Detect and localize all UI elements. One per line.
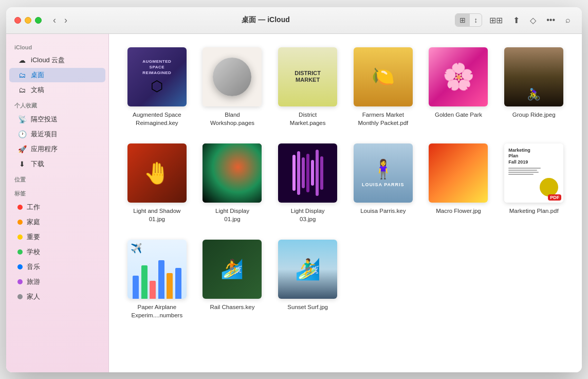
sidebar-item-tag-family2[interactable]: 家人 xyxy=(9,290,105,304)
file-item-goldengate[interactable]: 🌸 Golden Gate Park xyxy=(423,44,494,130)
sidebar-label-tag-travel: 旅游 xyxy=(27,277,40,286)
thumb-louisa: 🧍‍♀️ LOUISA PARRIS xyxy=(354,143,413,203)
file-thumb-lightdisplay03 xyxy=(278,143,337,203)
sidebar-label-recents: 最近项目 xyxy=(31,130,58,139)
file-item-augmented[interactable]: AUGMENTEDSPACEREIMAGINED ⬡ Augmented Spa… xyxy=(121,44,193,130)
file-item-bland[interactable]: BlandWorkshop.pages xyxy=(197,44,268,130)
tag-dot-travel xyxy=(17,279,23,284)
sidebar-label-tag-music: 音乐 xyxy=(27,262,40,272)
search-button[interactable]: ⌕ xyxy=(562,13,574,27)
window-title: 桌面 — iCloud xyxy=(77,15,455,25)
forward-button[interactable]: › xyxy=(61,14,70,27)
sidebar-item-desktop[interactable]: 🗂 桌面 xyxy=(9,68,105,82)
file-item-farmers[interactable]: 🍋 Farmers MarketMonthly Packet.pdf xyxy=(347,44,419,130)
sidebar-label-applications: 应用程序 xyxy=(31,145,58,154)
file-thumb-bland xyxy=(203,47,262,106)
file-name-lightdisplay03: Light Display03.jpg xyxy=(291,207,325,223)
minimize-button[interactable] xyxy=(25,17,31,24)
sidebar-item-tag-music[interactable]: 音乐 xyxy=(9,260,105,274)
sidebar-item-tag-important[interactable]: 重要 xyxy=(9,230,105,244)
sidebar-item-tag-family[interactable]: 家庭 xyxy=(9,215,105,229)
sidebar-label-tag-important: 重要 xyxy=(27,232,40,242)
file-thumb-sunset: 🏄‍♂️ xyxy=(278,240,337,299)
sidebar-label-desktop: 桌面 xyxy=(31,70,44,80)
list-view-button[interactable]: ↕ xyxy=(470,14,482,26)
desktop-icon: 🗂 xyxy=(17,71,27,79)
file-item-paper[interactable]: ✈️ Paper AirplaneExperim....numbers xyxy=(121,237,193,322)
close-button[interactable] xyxy=(14,17,21,24)
sidebar-item-tag-work[interactable]: 工作 xyxy=(9,200,105,214)
sidebar-item-icloud-drive[interactable]: ☁ iCloud 云盘 xyxy=(9,53,105,67)
thumb-paper: ✈️ xyxy=(127,240,187,299)
thumb-railchasers: 🏄 xyxy=(203,240,262,299)
thumb-groupride: 🚴‍♀️ xyxy=(504,47,563,106)
thumb-sunset: 🏄‍♂️ xyxy=(278,240,337,299)
tag-dot-music xyxy=(17,264,23,269)
sidebar-label-icloud-drive: iCloud 云盘 xyxy=(31,56,65,65)
tag-dot-important xyxy=(17,234,23,240)
file-browser[interactable]: AUGMENTEDSPACEREIMAGINED ⬡ Augmented Spa… xyxy=(109,34,582,372)
file-item-lightandshadow[interactable]: 🤚 Light and Shadow01.jpg xyxy=(121,140,193,226)
maximize-button[interactable] xyxy=(35,17,42,24)
file-thumb-lightdisplay01 xyxy=(203,143,262,203)
file-name-marketing: Marketing Plan.pdf xyxy=(509,207,559,215)
toolbar-right: ⊞ ↕ ⊞⊞ ⬆ ◇ ••• ⌕ xyxy=(455,13,574,27)
file-thumb-goldengate: 🌸 xyxy=(429,47,488,106)
more-button[interactable]: ••• xyxy=(543,13,558,27)
sidebar-section-favorites: 个人收藏 xyxy=(6,98,108,112)
sidebar-item-tag-school[interactable]: 学校 xyxy=(9,245,105,259)
main-layout: iCloud ☁ iCloud 云盘 🗂 桌面 🗂 文稿 个人收藏 📡 隔空投送… xyxy=(6,34,582,372)
downloads-icon: ⬇ xyxy=(17,160,27,168)
tag-button[interactable]: ◇ xyxy=(527,13,539,27)
thumb-lightdisplay03 xyxy=(278,143,337,203)
file-thumb-paper: ✈️ xyxy=(127,240,187,299)
thumb-macroflower xyxy=(429,143,488,203)
file-thumb-lightandshadow: 🤚 xyxy=(127,143,187,203)
file-name-groupride: Group Ride.jpeg xyxy=(512,111,556,119)
sidebar-item-recents[interactable]: 🕐 最近项目 xyxy=(9,127,105,141)
share-button[interactable]: ⬆ xyxy=(510,13,523,27)
sidebar-item-downloads[interactable]: ⬇ 下载 xyxy=(9,157,105,171)
file-item-sunset[interactable]: 🏄‍♂️ Sunset Surf.jpg xyxy=(272,237,343,322)
thumb-augmented: AUGMENTEDSPACEREIMAGINED ⬡ xyxy=(127,47,187,106)
file-item-lightdisplay03[interactable]: Light Display03.jpg xyxy=(272,140,343,226)
thumb-goldengate: 🌸 xyxy=(429,47,488,106)
sidebar: iCloud ☁ iCloud 云盘 🗂 桌面 🗂 文稿 个人收藏 📡 隔空投送… xyxy=(6,34,109,372)
view-toggle: ⊞ ↕ xyxy=(455,13,482,27)
thumb-farmers: 🍋 xyxy=(354,47,413,106)
grid-view-button[interactable]: ⊞ xyxy=(455,14,470,26)
airdrop-icon: 📡 xyxy=(17,115,27,123)
file-name-augmented: Augmented SpaceReimagined.key xyxy=(133,111,181,127)
file-item-groupride[interactable]: 🚴‍♀️ Group Ride.jpeg xyxy=(498,44,569,130)
file-thumb-farmers: 🍋 xyxy=(354,47,413,106)
thumb-lightandshadow: 🤚 xyxy=(127,143,187,203)
file-item-railchasers[interactable]: 🏄 Rail Chasers.key xyxy=(197,237,268,322)
file-name-macroflower: Macro Flower.jpg xyxy=(436,207,481,215)
file-item-macroflower[interactable]: Macro Flower.jpg xyxy=(423,140,494,226)
file-item-louisa[interactable]: 🧍‍♀️ LOUISA PARRIS Louisa Parris.key xyxy=(347,140,419,226)
sidebar-section-tags: 标签 xyxy=(6,186,108,200)
file-name-paper: Paper AirplaneExperim....numbers xyxy=(131,303,182,319)
sidebar-item-applications[interactable]: 🚀 应用程序 xyxy=(9,142,105,156)
sidebar-item-documents[interactable]: 🗂 文稿 xyxy=(9,83,105,97)
file-item-marketing[interactable]: MarketingPlanFall 2019 PDF Marketing Pl xyxy=(498,140,569,226)
sidebar-label-tag-school: 学校 xyxy=(27,247,40,257)
sidebar-section-location: 位置 xyxy=(6,172,108,186)
sidebar-section-icloud: iCloud xyxy=(6,40,108,52)
back-button[interactable]: ‹ xyxy=(50,14,59,27)
sidebar-label-documents: 文稿 xyxy=(31,85,44,95)
file-thumb-district: DISTRICTMARKET xyxy=(278,47,337,106)
thumb-marketing: MarketingPlanFall 2019 PDF xyxy=(504,143,563,203)
sidebar-item-airdrop[interactable]: 📡 隔空投送 xyxy=(9,112,105,127)
group-view-button[interactable]: ⊞⊞ xyxy=(486,13,506,27)
file-thumb-macroflower xyxy=(429,143,488,203)
file-item-lightdisplay01[interactable]: Light Display01.jpg xyxy=(197,140,268,226)
file-name-sunset: Sunset Surf.jpg xyxy=(287,303,328,311)
file-name-farmers: Farmers MarketMonthly Packet.pdf xyxy=(358,111,408,127)
tag-dot-school xyxy=(17,249,23,255)
file-name-lightandshadow: Light and Shadow01.jpg xyxy=(133,207,180,223)
sidebar-item-tag-travel[interactable]: 旅游 xyxy=(9,275,105,289)
file-name-district: DistrictMarket.pages xyxy=(290,111,326,127)
file-name-railchasers: Rail Chasers.key xyxy=(210,303,255,311)
file-item-district[interactable]: DISTRICTMARKET DistrictMarket.pages xyxy=(272,44,343,130)
